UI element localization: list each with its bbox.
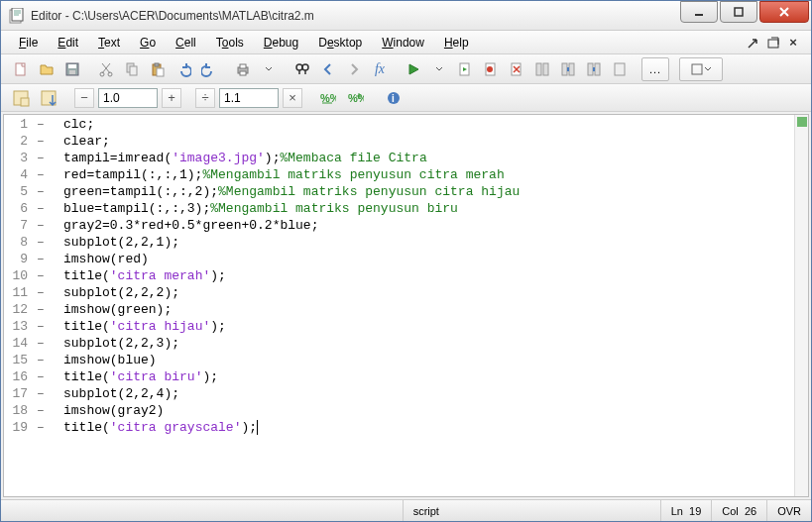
- plus-button[interactable]: +: [162, 88, 181, 108]
- info-button[interactable]: i: [382, 86, 406, 110]
- run-button[interactable]: [402, 57, 425, 81]
- percent-plus-button[interactable]: %%: [344, 86, 368, 110]
- menu-help[interactable]: Help: [436, 34, 477, 52]
- code-line[interactable]: title('citra merah');: [63, 268, 794, 285]
- cell-eval-button[interactable]: [9, 86, 33, 110]
- fold-mark[interactable]: –: [34, 151, 48, 167]
- find-button[interactable]: [290, 57, 314, 81]
- fold-mark[interactable]: –: [34, 302, 48, 319]
- menu-window[interactable]: Window: [374, 34, 432, 52]
- line-number[interactable]: 10: [4, 268, 34, 285]
- code-line[interactable]: clc;: [63, 117, 794, 134]
- undo-button[interactable]: [172, 57, 195, 81]
- run-advance-button[interactable]: [453, 57, 477, 81]
- new-file-button[interactable]: [9, 57, 33, 81]
- code-editor[interactable]: 12345678910111213141516171819 ––––––––––…: [3, 114, 809, 497]
- fold-mark[interactable]: –: [34, 167, 48, 184]
- menu-desktop[interactable]: Desktop: [310, 34, 370, 52]
- fold-mark[interactable]: –: [34, 117, 48, 134]
- line-number[interactable]: 16: [4, 369, 34, 386]
- menu-go[interactable]: Go: [132, 34, 164, 52]
- code-line[interactable]: green=tampil(:,:,2);%Mengambil matriks p…: [63, 184, 794, 201]
- code-line[interactable]: subplot(2,2,2);: [63, 285, 794, 302]
- line-number[interactable]: 15: [4, 353, 34, 369]
- fold-mark[interactable]: –: [34, 268, 48, 285]
- multiply-field[interactable]: [219, 88, 279, 108]
- menu-debug[interactable]: Debug: [256, 34, 306, 52]
- line-number[interactable]: 4: [4, 167, 34, 184]
- fold-mark[interactable]: –: [34, 285, 48, 302]
- line-number[interactable]: 3: [4, 151, 34, 167]
- open-file-button[interactable]: [35, 57, 58, 81]
- code-line[interactable]: tampil=imread('image3.jpg');%Membaca fil…: [63, 151, 794, 167]
- breakpoint-button[interactable]: [479, 57, 503, 81]
- print-button[interactable]: [231, 57, 255, 81]
- line-number[interactable]: 17: [4, 386, 34, 403]
- line-number[interactable]: 7: [4, 218, 34, 235]
- menu-tools[interactable]: Tools: [208, 34, 252, 52]
- code-line[interactable]: subplot(2,2,3);: [63, 336, 794, 353]
- fold-mark[interactable]: –: [34, 420, 48, 437]
- redo-button[interactable]: [197, 57, 221, 81]
- continue-button[interactable]: [608, 57, 632, 81]
- percent-button[interactable]: %%: [316, 86, 340, 110]
- line-number[interactable]: 8: [4, 235, 34, 252]
- line-number[interactable]: 2: [4, 134, 34, 151]
- menu-text[interactable]: Text: [90, 34, 128, 52]
- line-number[interactable]: 5: [4, 184, 34, 201]
- titlebar[interactable]: Editor - C:\Users\ACER\Documents\MATLAB\…: [1, 1, 811, 31]
- step-button[interactable]: [530, 57, 554, 81]
- paste-button[interactable]: [146, 57, 170, 81]
- code-line[interactable]: clear;: [63, 134, 794, 151]
- fold-mark[interactable]: –: [34, 386, 48, 403]
- fold-mark[interactable]: –: [34, 403, 48, 420]
- minus-button[interactable]: −: [74, 88, 94, 108]
- breakpoint-column[interactable]: –––––––––––––––––––: [34, 115, 48, 496]
- fold-mark[interactable]: –: [34, 134, 48, 151]
- code-line[interactable]: title('citra biru');: [63, 369, 794, 386]
- line-number[interactable]: 18: [4, 403, 34, 420]
- times-button[interactable]: ×: [283, 88, 302, 108]
- print-dropdown[interactable]: [257, 57, 281, 81]
- close-pane-icon[interactable]: ×: [785, 35, 801, 51]
- code-line[interactable]: subplot(2,2,4);: [63, 386, 794, 403]
- fold-mark[interactable]: –: [34, 184, 48, 201]
- dock-icon[interactable]: [765, 35, 781, 51]
- minimize-button[interactable]: [680, 1, 718, 23]
- line-number[interactable]: 13: [4, 319, 34, 336]
- step-out-button[interactable]: [582, 57, 606, 81]
- increment-field[interactable]: [98, 88, 158, 108]
- cell-advance-button[interactable]: [37, 86, 60, 110]
- more-button[interactable]: ...: [641, 57, 669, 81]
- menu-edit[interactable]: Edit: [50, 34, 86, 52]
- code-line[interactable]: imshow(green);: [63, 302, 794, 319]
- run-dropdown[interactable]: [427, 57, 451, 81]
- fold-mark[interactable]: –: [34, 336, 48, 353]
- line-number[interactable]: 1: [4, 117, 34, 134]
- maximize-button[interactable]: [720, 1, 757, 23]
- fold-mark[interactable]: –: [34, 235, 48, 252]
- line-number[interactable]: 19: [4, 420, 34, 437]
- save-button[interactable]: [60, 57, 84, 81]
- step-in-button[interactable]: [556, 57, 580, 81]
- code-line[interactable]: imshow(gray2): [63, 403, 794, 420]
- fold-mark[interactable]: –: [34, 252, 48, 268]
- divide-button[interactable]: ÷: [195, 88, 215, 108]
- stack-button[interactable]: [679, 57, 723, 81]
- code-line[interactable]: imshow(blue): [63, 353, 794, 369]
- fold-mark[interactable]: –: [34, 319, 48, 336]
- fold-mark[interactable]: –: [34, 218, 48, 235]
- back-button[interactable]: [316, 57, 340, 81]
- fold-mark[interactable]: –: [34, 353, 48, 369]
- line-number[interactable]: 9: [4, 252, 34, 268]
- code-line[interactable]: title('citra grayscale');: [63, 420, 794, 437]
- fold-mark[interactable]: –: [34, 369, 48, 386]
- code-line[interactable]: red=tampil(:,:,1);%Mengambil matriks pen…: [63, 167, 794, 184]
- line-number[interactable]: 12: [4, 302, 34, 319]
- code-line[interactable]: title('citra hijau');: [63, 319, 794, 336]
- line-number[interactable]: 6: [4, 201, 34, 218]
- code-line[interactable]: blue=tampil(:,:,3);%Mengambil matriks pe…: [63, 201, 794, 218]
- menu-file[interactable]: File: [11, 34, 46, 52]
- code-line[interactable]: subplot(2,2,1);: [63, 235, 794, 252]
- close-button[interactable]: [759, 1, 809, 23]
